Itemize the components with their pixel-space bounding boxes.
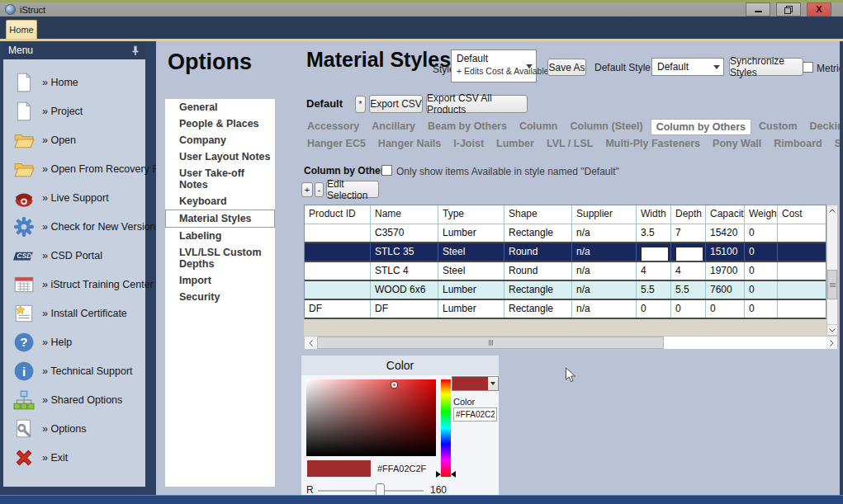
table-row[interactable]: DF DF Lumber Rectangle n/a 0 0 0 0	[305, 300, 826, 319]
tab-column-by-others[interactable]: Column by Others	[651, 119, 751, 135]
cell-name[interactable]: DF	[371, 300, 438, 318]
cell-weight[interactable]: 0	[745, 300, 778, 318]
cell-type[interactable]: Lumber	[438, 281, 504, 299]
col-header-shape[interactable]: Shape	[504, 205, 572, 224]
cell-product-id[interactable]	[305, 262, 371, 280]
tab-rimboard[interactable]: Rimboard	[769, 136, 826, 151]
add-row-button[interactable]: +	[301, 182, 313, 197]
cell-width[interactable]: 0	[637, 300, 671, 318]
sidebar-item-exit[interactable]: » Exit	[3, 443, 145, 472]
tab-decking[interactable]: Decking	[805, 119, 843, 135]
maximize-button[interactable]	[776, 2, 801, 16]
color-dropdown[interactable]	[452, 376, 499, 391]
export-csv-all-button[interactable]: Export CSV All Products	[426, 95, 528, 113]
cell-cost[interactable]	[778, 243, 826, 261]
cell-product-id[interactable]	[305, 243, 371, 261]
cell-supplier[interactable]: n/a	[572, 262, 637, 280]
red-channel-slider-track[interactable]	[318, 490, 424, 492]
cell-supplier[interactable]: n/a	[572, 243, 637, 261]
table-horizontal-scrollbar[interactable]	[304, 336, 838, 350]
tab-home[interactable]: Home	[6, 20, 37, 39]
cell-name[interactable]: STLC 35	[371, 243, 438, 261]
cell-type[interactable]: Lumber	[438, 224, 504, 242]
scroll-up-arrow[interactable]	[827, 205, 837, 216]
sidebar-item-options[interactable]: » Options	[3, 414, 145, 443]
tab-i-joist[interactable]: I-Joist	[448, 136, 489, 151]
horizontal-scroll-thumb[interactable]	[317, 337, 664, 349]
cell-width[interactable]: 5.5	[637, 281, 671, 299]
cell-weight[interactable]: 0	[745, 281, 778, 299]
cell-shape[interactable]: Round	[504, 243, 572, 261]
cell-shape[interactable]: Rectangle	[504, 281, 572, 299]
options-nav-material-styles[interactable]: Material Styles	[165, 210, 275, 228]
col-header-depth[interactable]: Depth	[671, 205, 706, 224]
edit-selection-button[interactable]: Edit Selection	[326, 181, 379, 198]
cell-type[interactable]: Lumber	[438, 300, 504, 318]
cell-depth[interactable]: 0	[671, 300, 706, 318]
options-nav-general[interactable]: General	[165, 99, 275, 115]
tab-custom[interactable]: Custom	[754, 119, 803, 135]
col-header-product-id[interactable]: Product ID	[305, 205, 371, 224]
options-nav-company[interactable]: Company	[165, 132, 275, 148]
options-nav-labeling[interactable]: Labeling	[165, 228, 275, 244]
cell-type[interactable]: Steel	[438, 262, 504, 280]
table-row-selected[interactable]: STLC 35 Steel Round n/a 15100 0	[305, 243, 826, 262]
sidebar-item-help[interactable]: ? » Help	[3, 327, 145, 356]
style-dropdown[interactable]: Default + Edits Cost & Available	[451, 49, 537, 82]
tab-column[interactable]: Column	[514, 119, 563, 135]
close-button[interactable]: X	[807, 2, 831, 16]
options-nav-import[interactable]: Import	[165, 272, 275, 289]
cell-width[interactable]: 3.5	[637, 224, 671, 242]
hue-slider[interactable]	[441, 379, 451, 477]
color-code-input[interactable]	[453, 407, 497, 422]
sidebar-item-check-version[interactable]: » Check for New Version	[3, 212, 145, 241]
sidebar-item-install-certificate[interactable]: » Install Certificate	[3, 299, 145, 327]
cell-name[interactable]: C3570	[371, 224, 438, 242]
save-as-button[interactable]: Save As	[547, 59, 586, 76]
export-csv-button[interactable]: Export CSV	[369, 95, 423, 113]
color-dropdown-arrow[interactable]	[488, 377, 498, 390]
cell-supplier[interactable]: n/a	[572, 281, 637, 299]
options-nav-keyboard[interactable]: Keyboard	[165, 193, 275, 210]
sidebar-item-technical-support[interactable]: i » Technical Support	[3, 356, 145, 385]
sidebar-item-open-recovery[interactable]: » Open From Recovery Files	[3, 154, 145, 183]
cell-capacity[interactable]: 19700	[706, 262, 745, 280]
cell-capacity[interactable]: 7600	[706, 281, 745, 299]
col-header-supplier[interactable]: Supplier	[572, 205, 637, 224]
cell-product-id[interactable]: DF	[305, 300, 371, 318]
tab-lumber[interactable]: Lumber	[491, 136, 539, 151]
col-header-weight[interactable]: Weight	[745, 205, 778, 224]
scroll-down-arrow[interactable]	[827, 324, 837, 335]
cell-supplier[interactable]: n/a	[572, 300, 637, 318]
metric-checkbox[interactable]	[803, 62, 813, 73]
remove-row-button[interactable]: -	[315, 182, 324, 197]
cell-shape[interactable]: Round	[504, 262, 572, 280]
cell-weight[interactable]: 0	[745, 262, 778, 280]
scroll-right-arrow[interactable]	[826, 337, 837, 349]
cell-name[interactable]: STLC 4	[371, 262, 438, 280]
minimize-button[interactable]	[746, 2, 770, 16]
cell-capacity[interactable]: 0	[706, 300, 745, 318]
cell-shape[interactable]: Rectangle	[504, 224, 572, 242]
picker-marker[interactable]	[391, 382, 397, 388]
table-vertical-scrollbar[interactable]	[826, 205, 838, 336]
col-header-capacity[interactable]: Capacity	[706, 205, 745, 224]
pin-icon[interactable]	[130, 45, 140, 56]
cell-depth[interactable]: 4	[671, 262, 706, 280]
cell-capacity[interactable]: 15420	[706, 224, 745, 242]
tab-hanger-ec5[interactable]: Hanger EC5	[302, 136, 371, 151]
cell-supplier[interactable]: n/a	[572, 224, 637, 242]
cell-cost[interactable]	[778, 262, 826, 280]
col-header-name[interactable]: Name	[371, 205, 438, 224]
sidebar-item-open[interactable]: » Open	[3, 125, 145, 154]
tab-column-steel[interactable]: Column (Steel)	[565, 119, 647, 135]
options-nav-user-layout-notes[interactable]: User Layout Notes	[165, 148, 275, 165]
only-show-checkbox[interactable]	[381, 165, 392, 176]
cell-weight[interactable]: 0	[745, 224, 778, 242]
table-row-highlighted[interactable]: WOOD 6x6 Lumber Rectangle n/a 5.5 5.5 76…	[305, 281, 826, 300]
options-nav-security[interactable]: Security	[165, 289, 275, 305]
default-style-dropdown[interactable]: Default	[651, 58, 724, 76]
cell-cost[interactable]	[778, 300, 826, 318]
options-nav-user-takeoff-notes[interactable]: User Take-off Notes	[165, 165, 275, 193]
cell-depth[interactable]: 7	[671, 224, 706, 242]
